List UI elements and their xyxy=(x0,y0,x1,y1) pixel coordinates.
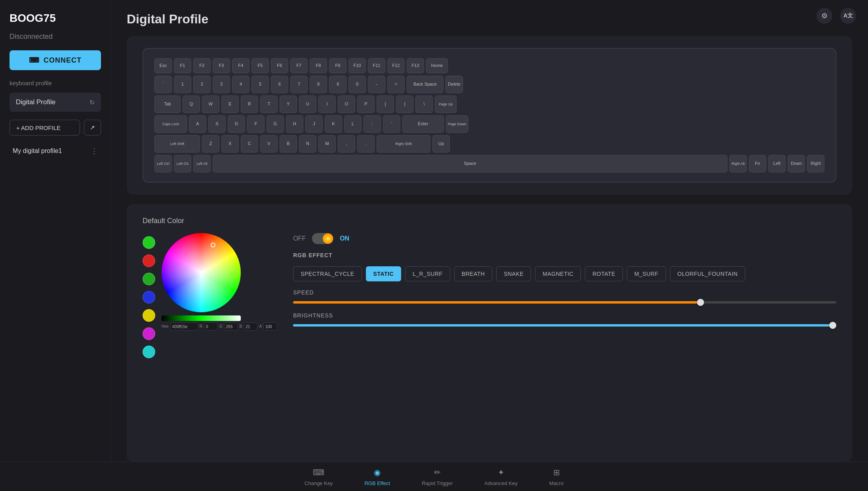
key-left[interactable]: Left xyxy=(768,155,786,172)
key-minus[interactable]: - xyxy=(368,76,385,93)
key-r[interactable]: R xyxy=(241,96,258,113)
swatch-yellow[interactable] xyxy=(143,309,155,322)
key-g[interactable]: G xyxy=(266,115,284,133)
key-period[interactable]: . xyxy=(357,135,375,153)
key-pageup[interactable]: Page Up xyxy=(435,96,457,113)
key-h[interactable]: H xyxy=(286,115,303,133)
key-rightalt[interactable]: Right Alt xyxy=(729,155,747,172)
key-3[interactable]: 3 xyxy=(213,76,230,93)
key-k[interactable]: K xyxy=(325,115,342,133)
key-fn[interactable]: Fn xyxy=(749,155,766,172)
key-f10[interactable]: F10 xyxy=(348,58,366,73)
nav-change-key[interactable]: ⌨ Change Key xyxy=(305,467,333,486)
effect-rotate[interactable]: ROTATE xyxy=(585,266,623,281)
key-down[interactable]: Down xyxy=(788,155,805,172)
key-f13[interactable]: F13 xyxy=(407,58,424,73)
key-w[interactable]: W xyxy=(202,96,219,113)
key-p[interactable]: P xyxy=(357,96,375,113)
key-v[interactable]: V xyxy=(260,135,278,153)
key-f7[interactable]: F7 xyxy=(290,58,308,73)
color-wheel[interactable] xyxy=(162,233,241,312)
key-b[interactable]: B xyxy=(280,135,297,153)
effect-spectral-cycle[interactable]: SPECTRAL_CYCLE xyxy=(293,266,362,281)
key-j[interactable]: J xyxy=(305,115,323,133)
key-semicolon[interactable]: ; xyxy=(364,115,381,133)
key-backspace[interactable]: Back Space xyxy=(407,76,444,93)
more-options-icon[interactable]: ⋮ xyxy=(91,147,98,155)
key-leftshift[interactable]: Left Shift xyxy=(154,135,200,153)
key-f2[interactable]: F2 xyxy=(193,58,211,73)
key-f3[interactable]: F3 xyxy=(213,58,230,73)
effect-l-r-surf[interactable]: L_R_SURF xyxy=(405,266,450,281)
swatch-red[interactable] xyxy=(143,254,155,267)
key-a[interactable]: A xyxy=(189,115,206,133)
swatch-magenta[interactable] xyxy=(143,327,155,340)
connect-button[interactable]: ⌨ CONNECT xyxy=(10,50,101,70)
key-9[interactable]: 9 xyxy=(329,76,346,93)
key-tab[interactable]: Tab xyxy=(154,96,181,113)
effect-breath[interactable]: BREATH xyxy=(454,266,493,281)
key-right[interactable]: Right xyxy=(807,155,824,172)
key-c[interactable]: C xyxy=(241,135,258,153)
key-f11[interactable]: F11 xyxy=(368,58,385,73)
hex-input[interactable] xyxy=(170,323,198,331)
add-profile-button[interactable]: + ADD PROFILE xyxy=(10,120,80,136)
key-0[interactable]: 0 xyxy=(348,76,366,93)
settings-button[interactable]: ⚙ xyxy=(817,8,832,24)
effect-static[interactable]: STATIC xyxy=(366,266,401,281)
swatch-blue[interactable] xyxy=(143,291,155,304)
key-rightshift[interactable]: Right Shift xyxy=(377,135,430,153)
speed-slider-track-container[interactable] xyxy=(293,299,836,306)
key-l[interactable]: L xyxy=(344,115,362,133)
b-input[interactable] xyxy=(244,323,257,331)
key-rbracket[interactable]: ] xyxy=(396,96,413,113)
key-capslock[interactable]: Caps Lock xyxy=(154,115,187,133)
toggle-switch[interactable] xyxy=(312,233,333,244)
key-delete[interactable]: Delete xyxy=(445,76,463,93)
key-equals[interactable]: = xyxy=(387,76,405,93)
key-comma[interactable]: , xyxy=(338,135,355,153)
key-enter[interactable]: Enter xyxy=(402,115,444,133)
key-t[interactable]: T xyxy=(260,96,278,113)
key-y[interactable]: Y xyxy=(280,96,297,113)
key-x[interactable]: X xyxy=(221,135,239,153)
key-backtick[interactable]: ` xyxy=(154,76,172,93)
nav-macro[interactable]: ⊞ Macro xyxy=(549,467,563,486)
nav-advanced-key[interactable]: ✦ Advanced Key xyxy=(484,467,518,486)
key-up[interactable]: Up xyxy=(432,135,450,153)
speed-slider-thumb[interactable] xyxy=(697,299,704,306)
swatch-cyan[interactable] xyxy=(143,346,155,358)
effect-m-surf[interactable]: M_SURF xyxy=(627,266,666,281)
profile-list-item[interactable]: My digital profile1 ⋮ xyxy=(10,142,101,160)
key-f[interactable]: F xyxy=(247,115,265,133)
brightness-slider-thumb[interactable] xyxy=(829,322,836,329)
key-s[interactable]: S xyxy=(208,115,226,133)
key-f1[interactable]: F1 xyxy=(174,58,191,73)
swatch-green[interactable] xyxy=(143,273,155,285)
key-5[interactable]: 5 xyxy=(251,76,269,93)
key-f8[interactable]: F8 xyxy=(310,58,327,73)
key-esc[interactable]: Esc xyxy=(154,58,172,73)
key-m[interactable]: M xyxy=(318,135,336,153)
key-8[interactable]: 8 xyxy=(310,76,327,93)
effect-snake[interactable]: SNAKE xyxy=(496,266,531,281)
key-f4[interactable]: F4 xyxy=(232,58,249,73)
key-2[interactable]: 2 xyxy=(193,76,211,93)
key-1[interactable]: 1 xyxy=(174,76,191,93)
language-button[interactable]: A文 xyxy=(840,8,856,24)
swatch-lime[interactable] xyxy=(143,236,155,249)
export-button[interactable]: ↗ xyxy=(84,120,101,136)
key-home[interactable]: Home xyxy=(426,58,448,73)
nav-rapid-trigger[interactable]: ✏ Rapid Trigger xyxy=(422,467,453,486)
effect-magnetic[interactable]: MAGNETIC xyxy=(535,266,581,281)
active-profile-item[interactable]: Digital Profile ↻ xyxy=(10,93,101,112)
effect-olorful-fountain[interactable]: OLORFUL_FOUNTAIN xyxy=(670,266,745,281)
key-f5[interactable]: F5 xyxy=(251,58,269,73)
key-pagedown[interactable]: Page Down xyxy=(446,115,468,133)
key-d[interactable]: D xyxy=(228,115,245,133)
key-f9[interactable]: F9 xyxy=(329,58,346,73)
key-7[interactable]: 7 xyxy=(290,76,308,93)
key-f6[interactable]: F6 xyxy=(271,58,288,73)
brightness-slider-track-container[interactable] xyxy=(293,322,836,329)
key-u[interactable]: U xyxy=(299,96,316,113)
